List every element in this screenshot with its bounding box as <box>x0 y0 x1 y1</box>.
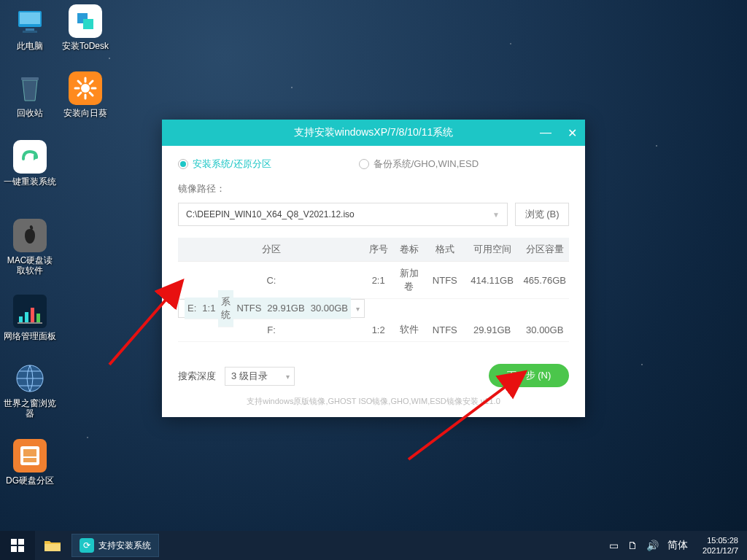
desktop-icon-reinstall[interactable]: 一键重装系统 <box>3 140 57 187</box>
svg-rect-27 <box>11 539 17 545</box>
window-body: 安装系统/还原分区 备份系统/GHO,WIN,ESD 镜像路径： C:\DEEP… <box>162 146 585 417</box>
trash-icon <box>13 71 47 105</box>
minimize-button[interactable]: — <box>533 126 559 139</box>
system-tray: ▭ 🗋 🔊 简体 15:05:28 2021/12/7 <box>609 531 747 560</box>
svg-point-16 <box>81 84 90 93</box>
image-path-label: 镜像路径： <box>178 182 569 195</box>
col-partition: 分区 <box>178 238 365 262</box>
svg-line-23 <box>90 81 93 84</box>
windows-icon <box>11 539 24 552</box>
tray-battery-icon[interactable]: 🗋 <box>627 540 638 551</box>
radio-dot-off-icon <box>359 159 369 169</box>
svg-rect-9 <box>36 314 40 322</box>
image-path-dropdown[interactable]: C:\DEEPIN_WIN10_X64_Q8_V2021.12.iso ▼ <box>178 203 508 226</box>
svg-rect-14 <box>23 449 36 456</box>
start-button[interactable] <box>0 531 35 560</box>
tray-network-icon[interactable]: ▭ <box>609 540 619 551</box>
svg-rect-3 <box>23 31 37 33</box>
window-controls: — ✕ <box>533 120 585 146</box>
window-title: 支持安装windowsXP/7/8/10/11系统 <box>294 126 454 139</box>
support-text: 支持windows原版镜像,GHOST ISO镜像,GHO,WIM,ESD镜像安… <box>178 396 569 407</box>
svg-rect-1 <box>20 12 40 24</box>
task-app-icon: ⟳ <box>80 538 94 553</box>
svg-rect-7 <box>25 312 28 322</box>
browse-button[interactable]: 浏览 (B) <box>515 203 569 226</box>
col-free: 可用空间 <box>464 238 521 262</box>
radio-install-restore[interactable]: 安装系统/还原分区 <box>178 158 271 171</box>
desktop-icon-recycle[interactable]: 回收站 <box>3 71 57 118</box>
desktop-icon-dg[interactable]: DG硬盘分区 <box>3 439 57 486</box>
svg-rect-8 <box>31 308 34 322</box>
window-titlebar[interactable]: 支持安装windowsXP/7/8/10/11系统 — ✕ <box>162 120 585 146</box>
svg-rect-6 <box>19 316 23 322</box>
svg-rect-31 <box>44 544 61 551</box>
todesk-icon <box>69 4 102 38</box>
installer-window: 支持安装windowsXP/7/8/10/11系统 — ✕ 安装系统/还原分区 … <box>162 120 585 417</box>
col-format: 格式 <box>426 238 464 262</box>
table-row[interactable]: E: 1:1 系统 NTFS 29.91GB 30.00GB <box>178 299 365 318</box>
tray-volume-icon[interactable]: 🔊 <box>646 540 659 551</box>
svg-line-21 <box>78 81 81 84</box>
col-index: 序号 <box>365 238 392 262</box>
globe-icon <box>13 362 47 395</box>
monitor-icon <box>13 4 47 38</box>
svg-rect-10 <box>18 322 42 324</box>
desktop-icon-netpanel[interactable]: 网络管理面板 <box>3 295 57 341</box>
caret-down-icon: ▼ <box>492 211 500 219</box>
svg-rect-15 <box>23 458 36 462</box>
table-row[interactable]: F: 1:2 软件 NTFS 29.91GB 30.00GB <box>178 318 569 342</box>
svg-rect-29 <box>11 546 17 552</box>
desktop-icon-worldbrowser[interactable]: 世界之窗浏览器 <box>3 362 57 419</box>
radio-dot-on-icon <box>178 159 188 169</box>
desktop-icon-this-pc[interactable]: 此电脑 <box>3 4 57 51</box>
radio-backup[interactable]: 备份系统/GHO,WIN,ESD <box>359 158 479 171</box>
taskbar: ⟳ 支持安装系统 ▭ 🗋 🔊 简体 15:05:28 2021/12/7 <box>0 531 747 560</box>
tray-ime[interactable]: 简体 <box>667 539 688 552</box>
desktop-icon-todesk[interactable]: 安装ToDesk <box>58 4 112 51</box>
desktop-icon-sunflower[interactable]: 安装向日葵 <box>58 71 112 118</box>
svg-rect-2 <box>26 28 34 31</box>
desktop-icon-macdisk[interactable]: MAC硬盘读取软件 <box>3 219 57 276</box>
svg-rect-30 <box>18 546 24 552</box>
table-row[interactable]: C: 2:1 新加卷 NTFS 414.11GB 465.76GB <box>178 262 569 299</box>
dg-icon <box>13 439 47 472</box>
sunflower-icon <box>69 71 102 105</box>
svg-rect-28 <box>18 539 24 545</box>
svg-rect-4 <box>21 77 39 80</box>
col-label: 卷标 <box>392 238 426 262</box>
reinstall-icon <box>13 140 47 174</box>
col-capacity: 分区容量 <box>520 238 569 262</box>
file-explorer-button[interactable] <box>35 531 70 560</box>
apple-icon <box>13 219 47 252</box>
search-depth-select[interactable]: 3 级目录 <box>225 367 295 386</box>
taskbar-clock[interactable]: 15:05:28 2021/12/7 <box>697 535 744 556</box>
close-button[interactable]: ✕ <box>559 126 585 140</box>
partition-table: 分区 序号 卷标 格式 可用空间 分区容量 C: 2:1 新加卷 NTFS 41… <box>178 238 569 342</box>
svg-line-24 <box>78 93 81 96</box>
svg-line-22 <box>90 93 93 96</box>
taskbar-task-installer[interactable]: ⟳ 支持安装系统 <box>71 534 159 557</box>
next-button[interactable]: 下一步 (N) <box>489 364 569 387</box>
bars-icon <box>13 295 47 328</box>
folder-icon <box>44 538 61 553</box>
search-depth-label: 搜索深度 <box>178 370 216 383</box>
